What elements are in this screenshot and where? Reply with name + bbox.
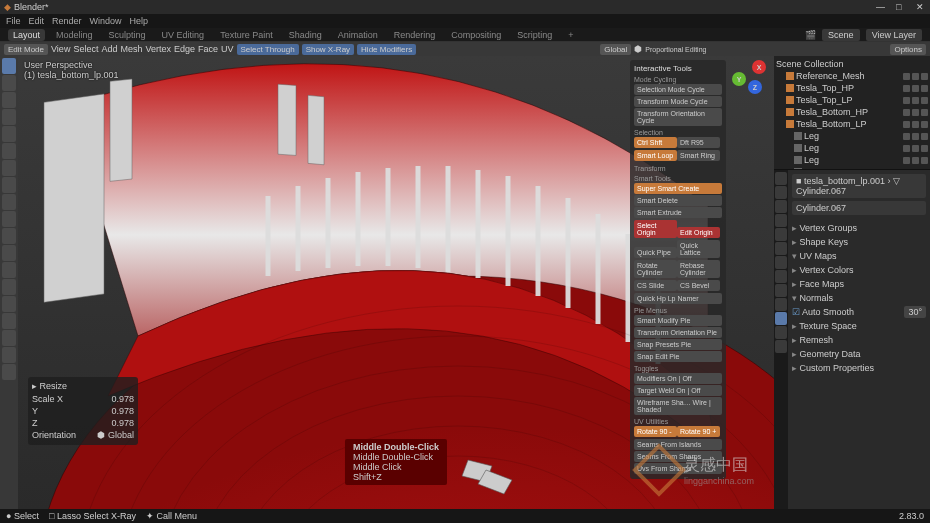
- scale-z-val[interactable]: 0.978: [111, 418, 134, 428]
- tool-rotate[interactable]: [2, 109, 16, 125]
- tab-shading[interactable]: Shading: [284, 29, 327, 41]
- orientation-global[interactable]: Global: [600, 44, 631, 55]
- close-icon[interactable]: ✕: [916, 2, 926, 12]
- viewport-3d[interactable]: User Perspective (1) tesla_bottom_lp.001…: [18, 56, 774, 509]
- tool-poly[interactable]: [2, 279, 16, 295]
- tab-script[interactable]: Scripting: [512, 29, 557, 41]
- sect-uvmaps[interactable]: UV Maps: [792, 249, 926, 263]
- btn-csbevel[interactable]: CS Bevel: [677, 280, 720, 291]
- btn-rot90p[interactable]: Rotate 90 +: [677, 426, 720, 437]
- sect-texspace[interactable]: Texture Space: [792, 319, 926, 333]
- tab-comp[interactable]: Compositing: [446, 29, 506, 41]
- opt-xray[interactable]: Show X-Ray: [302, 44, 354, 55]
- prop-edit-toggle[interactable]: Proportional Editing: [645, 46, 706, 53]
- btn-smartextrude[interactable]: Smart Extrude: [634, 207, 722, 218]
- tool-select[interactable]: [2, 58, 16, 74]
- redo-title[interactable]: ▸ Resize: [32, 381, 134, 391]
- sect-remesh[interactable]: Remesh: [792, 333, 926, 347]
- autosmooth-check[interactable]: Auto Smooth: [792, 306, 854, 318]
- menu-edit[interactable]: Edit: [29, 16, 45, 26]
- hdr-add[interactable]: Add: [101, 44, 117, 54]
- btn-hpnamer[interactable]: Quick Hp Lp Namer: [634, 293, 722, 304]
- sect-customprops[interactable]: Custom Properties: [792, 361, 926, 375]
- outliner-item[interactable]: Leg: [776, 142, 928, 154]
- sect-facemaps[interactable]: Face Maps: [792, 277, 926, 291]
- sect-shapekeys[interactable]: Shape Keys: [792, 235, 926, 249]
- btn-qlattice[interactable]: Quick Lattice: [677, 240, 720, 258]
- btn-editorigin[interactable]: Edit Origin: [677, 227, 720, 238]
- btn-modtoggle[interactable]: Modifiers On | Off: [634, 373, 722, 384]
- scene-selector[interactable]: Scene: [822, 29, 860, 41]
- tab-modeling[interactable]: Modeling: [51, 29, 98, 41]
- btn-selorigin[interactable]: Select Origin: [634, 220, 677, 238]
- opt-selthrough[interactable]: Select Through: [237, 44, 299, 55]
- outliner-item[interactable]: Tesla_Bottom_LP: [776, 118, 928, 130]
- btn-rebcyl[interactable]: Rotate Cylinder: [634, 260, 677, 278]
- btn-smartring[interactable]: Smart Ring: [677, 150, 720, 161]
- ptab-particles[interactable]: [775, 270, 787, 283]
- tool-move[interactable]: [2, 92, 16, 108]
- btn-supersmart[interactable]: Super Smart Create: [634, 183, 722, 194]
- tab-uv[interactable]: UV Editing: [157, 29, 210, 41]
- btn-transorpie[interactable]: Transform Orientation Pie: [634, 327, 722, 338]
- outliner-item[interactable]: Reference_Mesh: [776, 70, 928, 82]
- tool-knife[interactable]: [2, 262, 16, 278]
- ptab-object[interactable]: [775, 242, 787, 255]
- mesh-name[interactable]: Cylinder.067: [792, 201, 926, 215]
- hdr-view[interactable]: View: [51, 44, 70, 54]
- btn-smartdelete[interactable]: Smart Delete: [634, 195, 722, 206]
- tool-inset[interactable]: [2, 211, 16, 227]
- hdr-vertex[interactable]: Vertex: [145, 44, 171, 54]
- axis-z-icon[interactable]: Z: [748, 80, 762, 94]
- tab-layout[interactable]: Layout: [8, 29, 45, 41]
- tool-cursor[interactable]: [2, 75, 16, 91]
- hdr-uv[interactable]: UV: [221, 44, 234, 54]
- opt-hidemod[interactable]: Hide Modifiers: [357, 44, 416, 55]
- btn-wireframe[interactable]: Wireframe Sha… Wire | Shaded: [634, 397, 722, 415]
- hdr-mesh[interactable]: Mesh: [120, 44, 142, 54]
- axis-y-icon[interactable]: Y: [732, 72, 746, 86]
- tab-texpaint[interactable]: Texture Paint: [215, 29, 278, 41]
- btn-seamsislands[interactable]: Seams From Islands: [634, 439, 722, 450]
- viewlayer-selector[interactable]: View Layer: [866, 29, 922, 41]
- mode-selector[interactable]: Edit Mode: [4, 44, 48, 55]
- outliner-item[interactable]: Tesla_Bottom_HP: [776, 106, 928, 118]
- ptab-constraints[interactable]: [775, 298, 787, 311]
- btn-seamssharps[interactable]: Seams From Sharps: [634, 451, 722, 462]
- outliner[interactable]: Scene Collection Reference_MeshTesla_Top…: [774, 56, 930, 170]
- minimize-icon[interactable]: —: [876, 2, 886, 12]
- snap-icon[interactable]: ⬢: [634, 44, 642, 54]
- outliner-item[interactable]: Leg: [776, 154, 928, 166]
- outliner-item[interactable]: Tesla_Top_HP: [776, 82, 928, 94]
- btn-transorientcycle[interactable]: Transform Orientation Cycle: [634, 108, 722, 126]
- btn-snapeditpie[interactable]: Snap Edit Pie: [634, 351, 722, 362]
- menu-window[interactable]: Window: [90, 16, 122, 26]
- hdr-select[interactable]: Select: [73, 44, 98, 54]
- ptab-texture[interactable]: [775, 340, 787, 353]
- btn-snappresetpie[interactable]: Snap Presets Pie: [634, 339, 722, 350]
- ptab-physics[interactable]: [775, 284, 787, 297]
- sect-geomdata[interactable]: Geometry Data: [792, 347, 926, 361]
- nav-gizmo[interactable]: X Y Z: [734, 62, 766, 94]
- btn-transmodecycle[interactable]: Transform Mode Cycle: [634, 96, 722, 107]
- ptab-material[interactable]: [775, 326, 787, 339]
- maximize-icon[interactable]: □: [896, 2, 906, 12]
- btn-smartmodpie[interactable]: Smart Modify Pie: [634, 315, 722, 326]
- tool-smooth[interactable]: [2, 313, 16, 329]
- ptab-data[interactable]: [775, 312, 787, 325]
- tab-add[interactable]: +: [563, 29, 578, 41]
- hdr-edge[interactable]: Edge: [174, 44, 195, 54]
- tool-rip[interactable]: [2, 364, 16, 380]
- btn-selmodecycle[interactable]: Selection Mode Cycle: [634, 84, 722, 95]
- btn-rebcyl2[interactable]: Rebase Cylinder: [677, 260, 720, 278]
- scale-y-val[interactable]: 0.978: [111, 406, 134, 416]
- autosmooth-val[interactable]: 30°: [904, 306, 926, 318]
- ptab-scene[interactable]: [775, 214, 787, 227]
- outliner-item[interactable]: Leg: [776, 130, 928, 142]
- options-dropdown[interactable]: Options: [890, 44, 926, 55]
- btn-uvssharps[interactable]: Uvs From Sharps: [634, 463, 722, 474]
- ptab-render[interactable]: [775, 172, 787, 185]
- hdr-face[interactable]: Face: [198, 44, 218, 54]
- ptab-viewlayer[interactable]: [775, 200, 787, 213]
- btn-qpipe[interactable]: Quick Pipe: [634, 247, 677, 258]
